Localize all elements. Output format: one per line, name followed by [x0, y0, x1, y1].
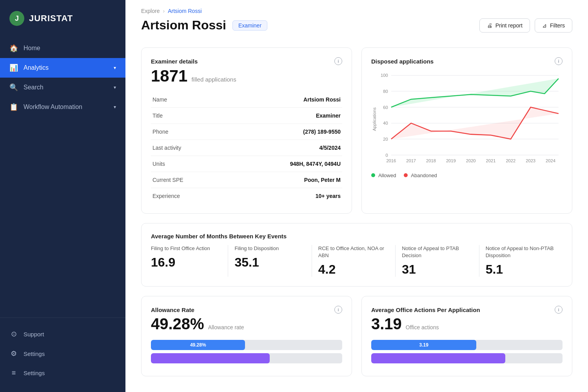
disposed-applications-card: Disposed applications i 100 80 — [361, 47, 572, 214]
sidebar-item-settings2[interactable]: ≡ Settings — [0, 363, 125, 383]
table-row: Current SPEPoon, Peter M — [151, 172, 342, 188]
sidebar-item-search[interactable]: 🔍 Search ▾ — [0, 78, 125, 97]
svg-text:2021: 2021 — [486, 158, 496, 163]
info-icon[interactable]: i — [555, 306, 563, 314]
logo-icon: J — [9, 11, 24, 26]
sidebar-item-label: Settings — [24, 370, 45, 376]
bottom-row: Allowance Rate i 49.28% Allowance rate 4… — [141, 296, 572, 376]
chevron-down-icon: ▾ — [114, 104, 116, 110]
svg-text:0: 0 — [385, 153, 388, 158]
sidebar-item-settings[interactable]: ⚙ Settings — [0, 344, 125, 363]
metrics-grid: Filing to First Office Action16.9Filing … — [151, 245, 563, 277]
allowance-rate-value: 49.28% Allowance rate — [151, 315, 342, 333]
sidebar-item-label: Workflow Automation — [24, 103, 82, 111]
table-row: Last activity4/5/2024 — [151, 140, 342, 156]
svg-text:60: 60 — [383, 105, 388, 110]
sidebar-item-label: Home — [24, 45, 40, 52]
svg-text:2020: 2020 — [466, 158, 476, 163]
svg-text:100: 100 — [381, 73, 388, 78]
allowance-card-title: Allowance Rate i — [151, 306, 342, 314]
content-area: Examiner details i 1871 filled applicati… — [125, 40, 588, 392]
print-report-button[interactable]: 🖨 Print report — [479, 18, 530, 33]
sidebar-item-label: Settings — [24, 350, 45, 357]
svg-marker-12 — [391, 78, 559, 107]
sidebar-item-label: Analytics — [24, 64, 49, 71]
info-icon[interactable]: i — [334, 57, 342, 65]
sidebar-item-label: Support — [24, 331, 44, 338]
svg-text:2016: 2016 — [386, 158, 396, 163]
breadcrumb-current: Artsiom Rossi — [168, 8, 201, 14]
abandoned-dot — [404, 173, 408, 177]
metric-item: Notice of Appeal to PTAB Decision31 — [396, 245, 479, 277]
office-actions-card-title: Average Office Actions Per Application i — [371, 306, 563, 314]
printer-icon: 🖨 — [487, 22, 492, 29]
table-row: NameArtsiom Rossi — [151, 92, 342, 108]
page-title: Artsiom Rossi — [141, 18, 226, 33]
sidebar: J JURISTAT 🏠 Home 📊 Analytics ▾ 🔍 Search… — [0, 0, 125, 392]
metric-item: RCE to Office Action, NOA or ABN4.2 — [312, 245, 396, 277]
office-actions-bar-blue: 3.19 — [371, 340, 563, 350]
examiner-details-card: Examiner details i 1871 filled applicati… — [141, 47, 352, 214]
logo-area: J JURISTAT — [0, 0, 125, 35]
info-icon[interactable]: i — [555, 57, 563, 65]
allowance-progress-section: 49.28% — [151, 340, 342, 363]
office-actions-bar-purple-fill — [371, 353, 505, 363]
allowance-bar-blue: 49.28% — [151, 340, 342, 350]
allowance-bar-purple-fill — [151, 353, 270, 363]
sidebar-item-label: Search — [24, 84, 44, 91]
home-icon: 🏠 — [9, 44, 18, 53]
search-icon: 🔍 — [9, 83, 18, 92]
allowance-bar-blue-fill: 49.28% — [151, 340, 245, 350]
analytics-icon: 📊 — [9, 64, 18, 72]
nav-menu: 🏠 Home 📊 Analytics ▾ 🔍 Search ▾ 📋 Workfl… — [0, 35, 125, 318]
svg-text:2017: 2017 — [406, 158, 416, 163]
office-actions-bar-blue-fill: 3.19 — [371, 340, 476, 350]
table-row: Experience10+ years — [151, 188, 342, 204]
support-icon: ⊙ — [9, 330, 18, 338]
examiner-badge: Examiner — [232, 20, 267, 31]
table-row: Units948H, 8474Y, 0494U — [151, 156, 342, 172]
breadcrumb-parent[interactable]: Explore — [141, 8, 160, 14]
svg-text:2019: 2019 — [446, 158, 456, 163]
legend-allowed: Allowed — [371, 172, 396, 178]
table-row: Phone(278) 189-9550 — [151, 124, 342, 140]
office-actions-card: Average Office Actions Per Application i… — [361, 296, 572, 376]
page-title-row: Artsiom Rossi Examiner 🖨 Print report ⊿ … — [141, 18, 572, 40]
main-content: Explore › Artsiom Rossi Artsiom Rossi Ex… — [125, 0, 588, 392]
allowed-dot — [371, 173, 375, 177]
svg-text:2018: 2018 — [426, 158, 436, 163]
workflow-icon: 📋 — [9, 103, 18, 111]
breadcrumb: Explore › Artsiom Rossi — [141, 8, 572, 14]
svg-text:2022: 2022 — [506, 158, 515, 163]
sidebar-item-home[interactable]: 🏠 Home — [0, 38, 125, 58]
allowance-bar-purple — [151, 353, 342, 363]
sidebar-item-workflow[interactable]: 📋 Workflow Automation ▾ — [0, 97, 125, 117]
menu-icon: ≡ — [9, 369, 18, 377]
allowance-rate-card: Allowance Rate i 49.28% Allowance rate 4… — [141, 296, 352, 376]
svg-text:20: 20 — [383, 137, 388, 142]
info-icon[interactable]: i — [334, 306, 342, 314]
row-top: Examiner details i 1871 filled applicati… — [141, 47, 572, 214]
svg-text:Applications: Applications — [372, 107, 377, 131]
filter-icon: ⊿ — [542, 22, 547, 29]
chevron-down-icon: ▾ — [114, 65, 116, 71]
metric-item: Filing to Disposition35.1 — [228, 245, 312, 277]
chart-card-title: Disposed applications i — [371, 57, 563, 65]
office-actions-value: 3.19 Office actions — [371, 315, 563, 333]
filters-button[interactable]: ⊿ Filters — [535, 18, 572, 33]
chevron-down-icon: ▾ — [114, 85, 116, 90]
svg-text:2023: 2023 — [526, 158, 535, 163]
metric-item: Filing to First Office Action16.9 — [151, 245, 228, 277]
metric-item: Notice of Appeal to Non-PTAB Disposition… — [479, 245, 563, 277]
metrics-card: Average Number of Months Between Key Eve… — [141, 223, 572, 287]
metrics-title: Average Number of Months Between Key Eve… — [151, 233, 563, 240]
filled-count: 1871 filled applications — [151, 67, 342, 85]
header-actions: 🖨 Print report ⊿ Filters — [479, 18, 572, 33]
table-row: TitleExaminer — [151, 108, 342, 124]
svg-text:40: 40 — [383, 121, 388, 125]
sidebar-item-support[interactable]: ⊙ Support — [0, 324, 125, 344]
examiner-card-title: Examiner details i — [151, 57, 342, 65]
sidebar-item-analytics[interactable]: 📊 Analytics ▾ — [0, 58, 125, 78]
examiner-details-table: NameArtsiom RossiTitleExaminerPhone(278)… — [151, 92, 342, 204]
app-name: JURISTAT — [29, 13, 73, 24]
